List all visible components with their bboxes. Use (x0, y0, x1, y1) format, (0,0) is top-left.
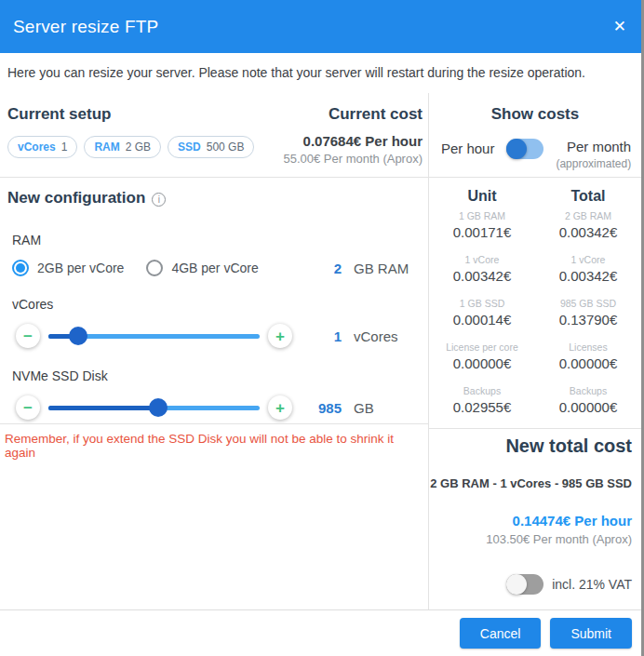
ssd-increase-button[interactable]: + (268, 395, 292, 420)
current-setup-chips: vCores 1 RAM 2 GB SSD 500 GB (7, 136, 254, 158)
ram-unit: GB RAM (354, 261, 421, 276)
new-total-title: New total cost (429, 435, 632, 457)
toggle-thumb[interactable] (506, 574, 527, 595)
per-month-label: Per month (567, 137, 631, 154)
current-setup-block: Current setup vCores 1 RAM 2 GB (7, 105, 254, 177)
new-config-summary: 2 GB RAM - 1 vCores - 985 GB SSD (429, 476, 632, 490)
ssd-slider[interactable] (48, 395, 260, 420)
chip-vcores: vCores 1 (7, 136, 77, 158)
cell-label: 2 GB RAM (535, 210, 641, 221)
cell-value: 0.00014€ (429, 312, 535, 328)
per-hour-label: Per hour (441, 139, 495, 156)
submit-button[interactable]: Submit (550, 618, 632, 649)
show-costs-toggle-row: Per hour Per month (approximated) (429, 139, 641, 170)
cell-value: 0.00000€ (429, 355, 535, 371)
dialog-body: Current setup vCores 1 RAM 2 GB (0, 93, 641, 609)
unit-column-header: Unit (429, 188, 535, 205)
chip-label: RAM (94, 141, 119, 154)
show-costs-title: Show costs (429, 105, 641, 124)
vcores-slider-row: − + 1 vCores (7, 324, 421, 348)
cell-label: License per core (429, 341, 535, 353)
chip-value: 500 GB (207, 141, 245, 154)
cell-label: Licenses (535, 341, 641, 353)
cell-value: 0.00342€ (535, 224, 641, 240)
vcores-increase-button[interactable]: + (268, 324, 292, 348)
dialog-title: Server resize FTP (13, 17, 159, 37)
ram-option-2gb[interactable]: 2GB per vCore (12, 260, 124, 276)
new-total-hourly: 0.14474€ Per hour (429, 513, 632, 529)
ram-option-4gb[interactable]: 4GB per vCore (146, 260, 258, 276)
new-configuration-section: New configuration i RAM 2GB per vCore 4G… (0, 177, 428, 423)
ssd-field-label: NVMe SSD Disk (12, 368, 421, 383)
cost-table-headers: Unit Total (429, 188, 641, 205)
slider-fill (48, 406, 158, 410)
new-total-section: New total cost 2 GB RAM - 1 vCores - 985… (429, 428, 641, 609)
show-costs-section: Show costs Per hour Per month (approxima… (429, 93, 641, 177)
cell-label: 985 GB SSD (535, 298, 641, 309)
total-cell: Licenses 0.00000€ (535, 336, 641, 380)
table-row: 1 GB SSD 0.00014€ 985 GB SSD 0.13790€ (429, 292, 641, 336)
current-cost-hourly: 0.07684€ Per hour (283, 133, 423, 149)
unit-cell: License per core 0.00000€ (429, 336, 535, 380)
ssd-value: 985 (301, 400, 342, 416)
vcores-unit: vCores (354, 328, 421, 344)
cell-value: 0.00342€ (429, 268, 535, 284)
cell-label: 1 GB RAM (429, 210, 535, 221)
ssd-unit: GB (354, 400, 421, 416)
dialog-description: Here you can resize your server. Please … (0, 53, 641, 93)
current-setup-title: Current setup (7, 105, 254, 124)
vcores-slider[interactable] (48, 324, 260, 348)
cell-label: Backups (429, 385, 535, 396)
vcores-decrease-button[interactable]: − (16, 324, 40, 348)
current-setup-section: Current setup vCores 1 RAM 2 GB (0, 93, 428, 177)
approximated-label: (approximated) (556, 157, 631, 170)
server-resize-dialog: Server resize FTP ✕ Here you can resize … (0, 0, 641, 656)
slider-knob[interactable] (69, 327, 87, 345)
new-configuration-title: New configuration (7, 189, 145, 208)
ssd-shrink-warning: Remember, if you extend the SSD Disk you… (5, 432, 421, 460)
table-row: 1 GB RAM 0.00171€ 2 GB RAM 0.00342€ (429, 205, 641, 248)
chip-value: 1 (61, 141, 68, 154)
cost-period-toggle[interactable] (506, 139, 543, 159)
radio-unselected-icon[interactable] (146, 260, 163, 276)
current-cost-title: Current cost (283, 105, 423, 124)
cell-label: 1 vCore (429, 254, 535, 265)
table-row: Backups 0.02955€ Backups 0.00000€ (429, 380, 641, 423)
ram-field-label: RAM (12, 233, 421, 248)
modal-root: Server resize FTP ✕ Here you can resize … (0, 0, 644, 656)
total-cell: 1 vCore 0.00342€ (535, 248, 641, 292)
vat-toggle-row: incl. 21% VAT (429, 574, 632, 595)
cost-table-section: Unit Total 1 GB RAM 0.00171€ 2 GB RAM 0.… (429, 177, 641, 428)
cell-value: 0.00171€ (429, 224, 535, 240)
current-cost-block: Current cost 0.07684€ Per hour 55.00€ Pe… (283, 105, 423, 177)
cell-value: 0.02955€ (429, 399, 535, 415)
left-column: Current setup vCores 1 RAM 2 GB (0, 93, 429, 609)
unit-cell: 1 GB RAM 0.00171€ (429, 205, 535, 248)
toggle-thumb[interactable] (506, 139, 527, 159)
total-cell: Backups 0.00000€ (535, 380, 641, 423)
radio-label: 2GB per vCore (37, 261, 124, 275)
ram-options-row: 2GB per vCore 4GB per vCore 2 GB RAM (12, 260, 421, 276)
table-row: License per core 0.00000€ Licenses 0.000… (429, 336, 641, 380)
total-cell: 985 GB SSD 0.13790€ (535, 292, 641, 336)
cancel-button[interactable]: Cancel (460, 618, 542, 649)
total-cell: 2 GB RAM 0.00342€ (535, 205, 641, 248)
slider-knob[interactable] (149, 398, 168, 417)
ram-value: 2 (301, 261, 342, 276)
chip-label: vCores (18, 141, 56, 154)
radio-selected-icon[interactable] (12, 260, 29, 276)
unit-cell: 1 vCore 0.00342€ (429, 248, 535, 292)
dialog-header: Server resize FTP ✕ (0, 0, 641, 53)
close-icon[interactable]: ✕ (613, 19, 626, 34)
cell-value: 0.13790€ (535, 312, 641, 328)
info-icon[interactable]: i (152, 193, 166, 207)
current-cost-monthly: 55.00€ Per month (Aprox) (283, 152, 423, 166)
vcores-field-label: vCores (12, 297, 421, 312)
cell-label: 1 vCore (535, 254, 641, 265)
vcores-value: 1 (301, 328, 342, 344)
ssd-decrease-button[interactable]: − (16, 395, 40, 420)
per-month-block: Per month (approximated) (556, 139, 631, 170)
vat-toggle[interactable] (506, 574, 543, 595)
cell-value: 0.00342€ (535, 268, 641, 284)
cell-label: 1 GB SSD (429, 298, 535, 309)
